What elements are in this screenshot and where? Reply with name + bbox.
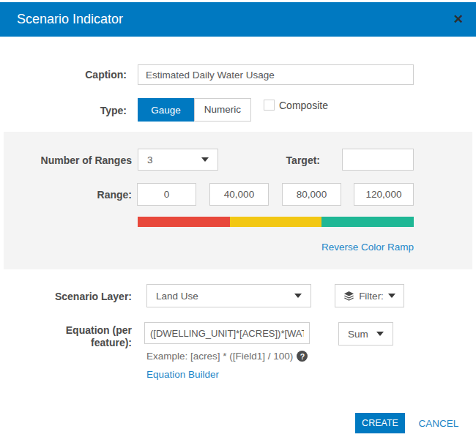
dialog-title: Scenario Indicator: [17, 2, 123, 37]
create-button[interactable]: CREATE: [355, 413, 405, 433]
caption-input[interactable]: [138, 64, 414, 85]
type-gauge-button[interactable]: Gauge: [138, 98, 194, 122]
color-ramp-segment-yellow: [230, 217, 322, 227]
filter-button[interactable]: Filter:: [335, 284, 404, 307]
aggregation-dropdown[interactable]: Sum: [338, 322, 393, 346]
equation-example: Example: [acres] * ([Field1] / 100) ?: [146, 351, 308, 362]
chevron-down-icon: [201, 157, 209, 162]
number-of-ranges-label: Number of Ranges: [0, 154, 132, 166]
target-label: Target:: [220, 154, 320, 166]
type-numeric-button[interactable]: Numeric: [194, 98, 251, 122]
number-of-ranges-dropdown[interactable]: 3: [138, 149, 218, 171]
close-icon[interactable]: ✕: [453, 2, 464, 37]
chevron-down-icon: [388, 294, 395, 298]
scenario-layer-label: Scenario Layer:: [29, 291, 132, 302]
target-input[interactable]: [342, 149, 414, 171]
chevron-down-icon: [376, 332, 384, 336]
composite-checkbox[interactable]: [264, 100, 275, 111]
reverse-color-ramp-link[interactable]: Reverse Color Ramp: [321, 242, 414, 253]
layers-icon: [343, 291, 354, 302]
number-of-ranges-value: 3: [138, 154, 201, 165]
filter-label: Filter:: [359, 291, 384, 302]
equation-example-text: Example: [acres] * ([Field1] / 100): [146, 351, 293, 362]
scenario-layer-dropdown[interactable]: Land Use: [146, 284, 311, 307]
range-input-3[interactable]: [354, 183, 414, 206]
equation-input[interactable]: [144, 322, 310, 344]
color-ramp: [138, 217, 414, 227]
range-input-2[interactable]: [282, 183, 341, 206]
equation-label: Equation (per feature):: [51, 324, 132, 349]
equation-builder-link[interactable]: Equation Builder: [146, 369, 219, 380]
dialog-header: Scenario Indicator ✕: [0, 2, 476, 37]
scenario-indicator-dialog: Scenario Indicator ✕ Caption: Type: Gaug…: [0, 0, 476, 448]
help-icon[interactable]: ?: [297, 351, 308, 362]
range-input-1[interactable]: [209, 183, 269, 206]
type-label: Type:: [29, 105, 127, 116]
aggregation-value: Sum: [339, 329, 376, 340]
chevron-down-icon: [294, 294, 302, 298]
scenario-layer-value: Land Use: [147, 291, 294, 302]
composite-label: Composite: [279, 100, 328, 111]
caption-label: Caption:: [29, 69, 127, 81]
color-ramp-segment-green: [321, 217, 414, 227]
cancel-button[interactable]: CANCEL: [415, 418, 462, 429]
color-ramp-segment-red: [138, 217, 230, 227]
range-input-0[interactable]: [137, 183, 196, 206]
range-label: Range:: [0, 189, 132, 201]
